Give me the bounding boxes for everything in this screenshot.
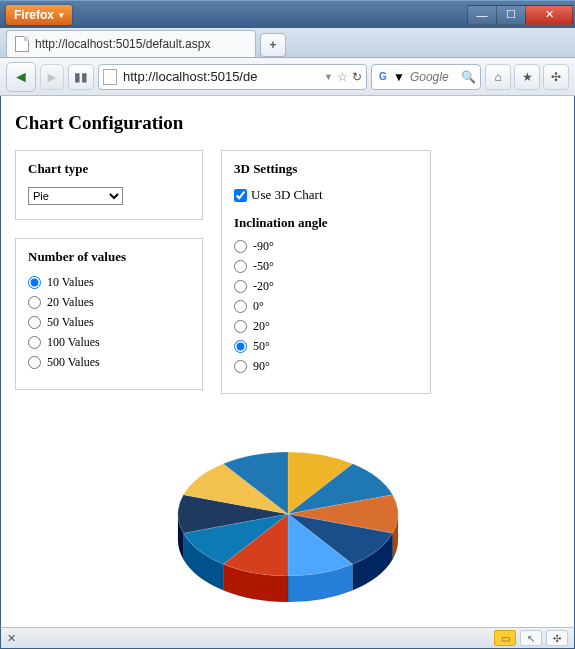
search-icon[interactable]: 🔍 — [461, 70, 476, 84]
window-controls: — ☐ ✕ — [468, 5, 573, 25]
chart-type-select[interactable]: Pie — [28, 187, 123, 205]
num-values-option-label: 100 Values — [47, 335, 100, 350]
chevron-down-icon: ▾ — [59, 10, 64, 20]
tab-strip: http://localhost:5015/default.aspx + — [0, 28, 575, 58]
tab-title: http://localhost:5015/default.aspx — [35, 37, 210, 51]
firefox-menu-button[interactable]: Firefox ▾ — [6, 5, 72, 25]
status-icon-2[interactable]: ↖ — [520, 630, 542, 646]
inclination-option-radio[interactable] — [234, 280, 247, 293]
google-icon: G — [376, 70, 390, 84]
addon-button[interactable]: ✣ — [543, 64, 569, 90]
inclination-option-label: -20° — [253, 279, 274, 294]
num-values-option-label: 10 Values — [47, 275, 94, 290]
page-title: Chart Configuration — [15, 112, 560, 134]
inclination-option-radio[interactable] — [234, 320, 247, 333]
bookmark-star-icon[interactable]: ☆ — [337, 70, 348, 84]
inclination-option-label: 50° — [253, 339, 270, 354]
inclination-option: 0° — [234, 299, 418, 314]
inclination-option: -20° — [234, 279, 418, 294]
num-values-option-label: 20 Values — [47, 295, 94, 310]
settings-3d-panel: 3D Settings Use 3D Chart Inclination ang… — [221, 150, 431, 394]
reload-icon[interactable]: ↻ — [352, 70, 362, 84]
inclination-option: -50° — [234, 259, 418, 274]
status-icon-3[interactable]: ✣ — [546, 630, 568, 646]
back-button[interactable]: ◄ — [6, 62, 36, 92]
inclination-option: 50° — [234, 339, 418, 354]
inclination-option-label: -50° — [253, 259, 274, 274]
window-titlebar: Firefox ▾ — ☐ ✕ — [0, 0, 575, 28]
inclination-option-label: 90° — [253, 359, 270, 374]
navigation-toolbar: ◄ ► ▮▮ ▼ ☆ ↻ G ▼ 🔍 ⌂ ★ ✣ — [0, 58, 575, 96]
pie-chart — [133, 424, 443, 614]
toolbar-right: ⌂ ★ ✣ — [485, 64, 569, 90]
status-icons: ▭ ↖ ✣ — [494, 630, 568, 646]
search-bar[interactable]: G ▼ 🔍 — [371, 64, 481, 90]
browser-tab[interactable]: http://localhost:5015/default.aspx — [6, 30, 256, 57]
maximize-button[interactable]: ☐ — [496, 5, 526, 25]
page-viewport[interactable]: Chart Configuration Chart type Pie Numbe… — [0, 96, 575, 627]
search-input[interactable] — [408, 69, 458, 85]
inclination-option: -90° — [234, 239, 418, 254]
stats-icon[interactable]: ▮▮ — [68, 64, 94, 90]
num-values-option-radio[interactable] — [28, 296, 41, 309]
inclination-option-label: 20° — [253, 319, 270, 334]
status-icon-1[interactable]: ▭ — [494, 630, 516, 646]
inclination-label: Inclination angle — [234, 215, 418, 231]
url-bar[interactable]: ▼ ☆ ↻ — [98, 64, 367, 90]
search-engine-dropdown-icon[interactable]: ▼ — [393, 70, 405, 84]
page-icon — [15, 36, 29, 52]
num-values-option: 50 Values — [28, 315, 190, 330]
num-values-option-radio[interactable] — [28, 356, 41, 369]
inclination-option-label: 0° — [253, 299, 264, 314]
chart-type-label: Chart type — [28, 161, 190, 177]
settings-3d-label: 3D Settings — [234, 161, 418, 177]
minimize-button[interactable]: — — [467, 5, 497, 25]
chart-area — [15, 424, 560, 614]
inclination-option-label: -90° — [253, 239, 274, 254]
inclination-option-radio[interactable] — [234, 300, 247, 313]
inclination-option: 20° — [234, 319, 418, 334]
close-button[interactable]: ✕ — [525, 5, 573, 25]
use-3d-checkbox[interactable] — [234, 189, 247, 202]
num-values-option-label: 50 Values — [47, 315, 94, 330]
num-values-option: 100 Values — [28, 335, 190, 350]
site-identity-icon — [103, 69, 117, 85]
num-values-option-radio[interactable] — [28, 276, 41, 289]
status-bar: ✕ ▭ ↖ ✣ — [0, 627, 575, 649]
num-values-option-radio[interactable] — [28, 336, 41, 349]
num-values-option-radio[interactable] — [28, 316, 41, 329]
url-input[interactable] — [121, 68, 320, 85]
chart-type-panel: Chart type Pie — [15, 150, 203, 220]
inclination-option-radio[interactable] — [234, 240, 247, 253]
num-values-option: 20 Values — [28, 295, 190, 310]
num-values-option: 500 Values — [28, 355, 190, 370]
home-button[interactable]: ⌂ — [485, 64, 511, 90]
inclination-option-radio[interactable] — [234, 360, 247, 373]
url-dropdown-icon[interactable]: ▼ — [324, 72, 333, 82]
status-left: ✕ — [7, 632, 16, 645]
num-values-option: 10 Values — [28, 275, 190, 290]
new-tab-button[interactable]: + — [260, 33, 286, 57]
inclination-option-radio[interactable] — [234, 260, 247, 273]
forward-button[interactable]: ► — [40, 64, 64, 90]
inclination-option-radio[interactable] — [234, 340, 247, 353]
num-values-label: Number of values — [28, 249, 190, 265]
app-name: Firefox — [14, 8, 54, 22]
page-content: Chart Configuration Chart type Pie Numbe… — [1, 96, 574, 626]
use-3d-label: Use 3D Chart — [251, 187, 323, 203]
num-values-panel: Number of values 10 Values20 Values50 Va… — [15, 238, 203, 390]
num-values-option-label: 500 Values — [47, 355, 100, 370]
inclination-option: 90° — [234, 359, 418, 374]
bookmarks-button[interactable]: ★ — [514, 64, 540, 90]
